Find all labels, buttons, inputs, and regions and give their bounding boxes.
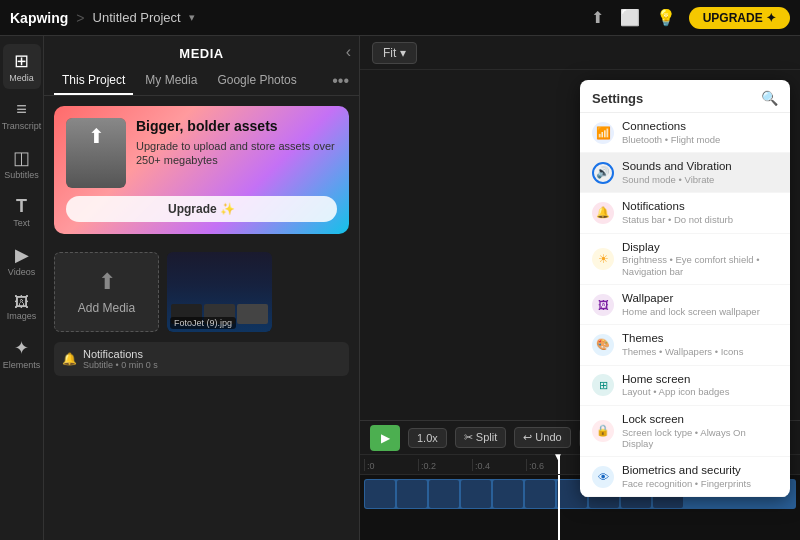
settings-biometrics-text: Biometrics and security Face recognition… <box>622 464 751 489</box>
media-grid: ⬆ Add Media FotoJet (9).jpg <box>44 244 359 340</box>
settings-item-biometrics[interactable]: 👁 Biometrics and security Face recogniti… <box>580 457 790 497</box>
sidebar-item-media[interactable]: ⊞ Media <box>3 44 41 89</box>
sidebar-item-text-label: Text <box>13 219 30 228</box>
media-filename: FotoJet (9).jpg <box>170 317 236 329</box>
tab-google-photos[interactable]: Google Photos <box>209 67 304 95</box>
notification-subtitle: Subtitle • 0 min 0 s <box>83 360 158 370</box>
sidebar-item-subtitles-label: Subtitles <box>4 171 39 180</box>
export-button[interactable]: ⬆ <box>588 5 607 30</box>
sidebar-item-subtitles[interactable]: ◫ Subtitles <box>3 141 41 186</box>
sidebar-item-media-label: Media <box>9 74 34 83</box>
settings-wallpaper-icon: 🖼 <box>592 294 614 316</box>
upgrade-card-text: Bigger, bolder assets Upgrade to upload … <box>136 118 337 167</box>
text-icon: T <box>16 196 27 217</box>
settings-lockscreen-text: Lock screen Screen lock type • Always On… <box>622 413 778 450</box>
settings-sounds-name: Sounds and Vibration <box>622 160 732 174</box>
canvas-viewport[interactable]: Settings 🔍 📶 Connections Bluetooth • Fli… <box>360 70 800 420</box>
settings-biometrics-name: Biometrics and security <box>622 464 751 478</box>
sidebar-item-transcript-label: Transcript <box>2 122 42 131</box>
media-panel: MEDIA ‹ This Project My Media Google Pho… <box>44 36 360 540</box>
settings-wallpaper-text: Wallpaper Home and lock screen wallpaper <box>622 292 760 317</box>
media-panel-collapse-button[interactable]: ‹ <box>346 43 351 61</box>
tab-my-media[interactable]: My Media <box>137 67 205 95</box>
ruler-mark-1: :0.2 <box>418 459 472 471</box>
settings-biometrics-icon: 👁 <box>592 466 614 488</box>
topbar: Kapwing > Untitled Project ▾ ⬆ ⬜ 💡 UPGRA… <box>0 0 800 36</box>
settings-themes-text: Themes Themes • Wallpapers • Icons <box>622 332 743 357</box>
sidebar-item-videos-label: Videos <box>8 268 35 277</box>
settings-overlay: Settings 🔍 📶 Connections Bluetooth • Fli… <box>580 80 790 497</box>
sidebar-item-transcript[interactable]: ≡ Transcript <box>3 93 41 137</box>
upgrade-card-button[interactable]: Upgrade ✨ <box>66 196 337 222</box>
ruler-mark-0: :0 <box>364 459 418 471</box>
settings-connections-icon: 📶 <box>592 122 614 144</box>
upgrade-label: UPGRADE ✦ <box>703 11 776 25</box>
sidebar-item-elements[interactable]: ✦ Elements <box>3 331 41 376</box>
media-thumbnail-1[interactable]: FotoJet (9).jpg <box>167 252 272 332</box>
settings-lockscreen-name: Lock screen <box>622 413 778 427</box>
notification-icon: 🔔 <box>62 352 77 366</box>
fullscreen-button[interactable]: ⬜ <box>617 5 643 30</box>
speed-button[interactable]: 1.0x <box>408 428 447 448</box>
settings-homescreen-text: Home screen Layout • App icon badges <box>622 373 729 398</box>
settings-header: Settings 🔍 <box>580 80 790 113</box>
undo-button[interactable]: ↩ Undo <box>514 427 570 448</box>
settings-title: Settings <box>592 91 643 106</box>
settings-item-wallpaper[interactable]: 🖼 Wallpaper Home and lock screen wallpap… <box>580 285 790 325</box>
settings-notifications-sub: Status bar • Do not disturb <box>622 214 733 225</box>
images-icon: 🖼 <box>14 293 29 310</box>
settings-lockscreen-icon: 🔒 <box>592 420 614 442</box>
topbar-project-name[interactable]: Untitled Project <box>93 10 181 25</box>
media-panel-header: MEDIA ‹ <box>44 36 359 67</box>
settings-notifications-name: Notifications <box>622 200 733 214</box>
play-button[interactable]: ▶ <box>370 425 400 451</box>
notification-badge: 🔔 Notifications Subtitle • 0 min 0 s <box>54 342 349 376</box>
bulb-icon: 💡 <box>656 8 676 27</box>
track-thumb-3 <box>429 480 459 508</box>
settings-item-sounds[interactable]: 🔊 Sounds and Vibration Sound mode • Vibr… <box>580 153 790 193</box>
settings-item-connections[interactable]: 📶 Connections Bluetooth • Flight mode <box>580 113 790 153</box>
track-thumb-4 <box>461 480 491 508</box>
settings-item-themes[interactable]: 🎨 Themes Themes • Wallpapers • Icons <box>580 325 790 365</box>
track-thumb-1 <box>365 480 395 508</box>
media-icon: ⊞ <box>14 50 29 72</box>
settings-themes-icon: 🎨 <box>592 334 614 356</box>
timeline-playhead-ruler[interactable] <box>558 455 560 474</box>
settings-homescreen-sub: Layout • App icon badges <box>622 386 729 397</box>
elements-icon: ✦ <box>14 337 29 359</box>
canvas-area: Fit ▾ Settings 🔍 📶 Connecti <box>360 36 800 540</box>
tab-more-button[interactable]: ••• <box>332 72 349 90</box>
settings-wallpaper-name: Wallpaper <box>622 292 760 306</box>
sidebar-item-videos[interactable]: ▶ Videos <box>3 238 41 283</box>
settings-lockscreen-sub: Screen lock type • Always On Display <box>622 427 778 450</box>
media-tabs: This Project My Media Google Photos ••• <box>44 67 359 96</box>
split-button[interactable]: ✂ Split <box>455 427 506 448</box>
subtitles-icon: ◫ <box>13 147 30 169</box>
settings-themes-sub: Themes • Wallpapers • Icons <box>622 346 743 357</box>
upgrade-card-content: ⬆ Bigger, bolder assets Upgrade to uploa… <box>66 118 337 188</box>
fit-button[interactable]: Fit ▾ <box>372 42 417 64</box>
settings-item-lockscreen[interactable]: 🔒 Lock screen Screen lock type • Always … <box>580 406 790 458</box>
upgrade-card-description: Upgrade to upload and store assets over … <box>136 139 337 168</box>
settings-item-notifications[interactable]: 🔔 Notifications Status bar • Do not dist… <box>580 193 790 233</box>
settings-sounds-sub: Sound mode • Vibrate <box>622 174 732 185</box>
canvas-toolbar: Fit ▾ <box>360 36 800 70</box>
settings-display-text: Display Brightness • Eye comfort shield … <box>622 241 778 278</box>
timeline-playhead-track[interactable] <box>558 475 560 540</box>
bulb-button[interactable]: 💡 <box>653 5 679 30</box>
sidebar-item-text[interactable]: T Text <box>3 190 41 234</box>
settings-homescreen-name: Home screen <box>622 373 729 387</box>
upgrade-button[interactable]: UPGRADE ✦ <box>689 7 790 29</box>
settings-search-icon[interactable]: 🔍 <box>761 90 778 106</box>
settings-item-homescreen[interactable]: ⊞ Home screen Layout • App icon badges <box>580 366 790 406</box>
topbar-project-chevron[interactable]: ▾ <box>189 11 195 24</box>
sidebar-item-images-label: Images <box>7 312 37 321</box>
settings-connections-text: Connections Bluetooth • Flight mode <box>622 120 720 145</box>
notification-text: Notifications Subtitle • 0 min 0 s <box>83 348 158 370</box>
track-thumb-5 <box>493 480 523 508</box>
settings-item-display[interactable]: ☀ Display Brightness • Eye comfort shiel… <box>580 234 790 286</box>
sidebar-item-elements-label: Elements <box>3 361 41 370</box>
sidebar-item-images[interactable]: 🖼 Images <box>3 287 41 327</box>
tab-this-project[interactable]: This Project <box>54 67 133 95</box>
add-media-button[interactable]: ⬆ Add Media <box>54 252 159 332</box>
